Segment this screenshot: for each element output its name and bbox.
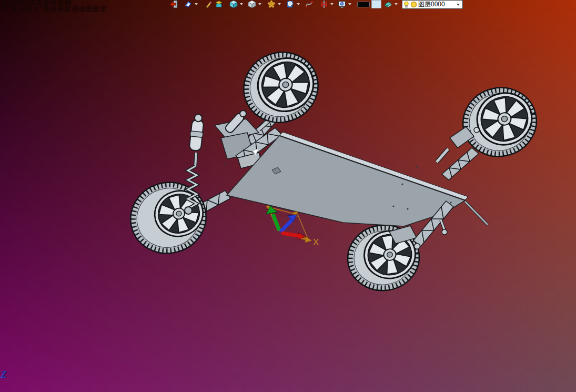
axis-x-label: X [313, 237, 319, 247]
color-swatch-icon[interactable] [371, 0, 381, 8]
layer-color-icon [410, 1, 417, 8]
toolbar: 图层0000 [0, 0, 576, 8]
cube-white-dropdown-chevron[interactable] [258, 3, 261, 5]
search-dropdown-chevron[interactable] [297, 3, 300, 5]
wheel-rear-left[interactable] [122, 174, 214, 263]
render-dropdown-chevron[interactable] [348, 3, 351, 5]
h-beam-icon[interactable] [320, 0, 328, 8]
3d-viewport-canvas[interactable]: X [0, 0, 576, 392]
cad-window: 在选项设置里更改热键 用"显示提示"按钮来取消这些提示 [0, 0, 576, 392]
layer-combobox-dropdown[interactable] [455, 1, 461, 8]
layer-combobox[interactable]: 图层0000 [402, 0, 463, 9]
cube-cyan-icon[interactable] [229, 0, 238, 8]
axis-z-arrow[interactable] [280, 215, 297, 232]
eraser-icon[interactable] [384, 0, 392, 8]
render-monitor-icon[interactable] [338, 0, 346, 8]
wheel-front-left[interactable] [234, 42, 328, 133]
spline-icon[interactable] [305, 0, 314, 8]
box-lid-icon[interactable] [215, 0, 223, 8]
gear-orange-icon[interactable] [267, 0, 276, 8]
pencil-icon[interactable] [204, 0, 213, 8]
layer-combobox-value: 图层0000 [418, 1, 454, 8]
cube-cyan-dropdown-chevron[interactable] [240, 3, 243, 5]
exit-icon[interactable] [169, 0, 178, 8]
eraser-dropdown-chevron[interactable] [395, 3, 398, 5]
notebook-dropdown-chevron[interactable] [195, 3, 198, 5]
wheel-rear-right[interactable] [343, 220, 423, 295]
notebook-icon[interactable] [184, 0, 193, 8]
line-width-icon[interactable] [357, 2, 370, 7]
bulb-icon [403, 1, 409, 8]
gear-dropdown-chevron[interactable] [278, 3, 281, 5]
h-beam-dropdown-chevron[interactable] [330, 3, 334, 5]
view-axis-z-label: Z [1, 369, 6, 380]
search-icon[interactable] [286, 0, 295, 8]
cube-white-icon[interactable] [248, 0, 256, 8]
